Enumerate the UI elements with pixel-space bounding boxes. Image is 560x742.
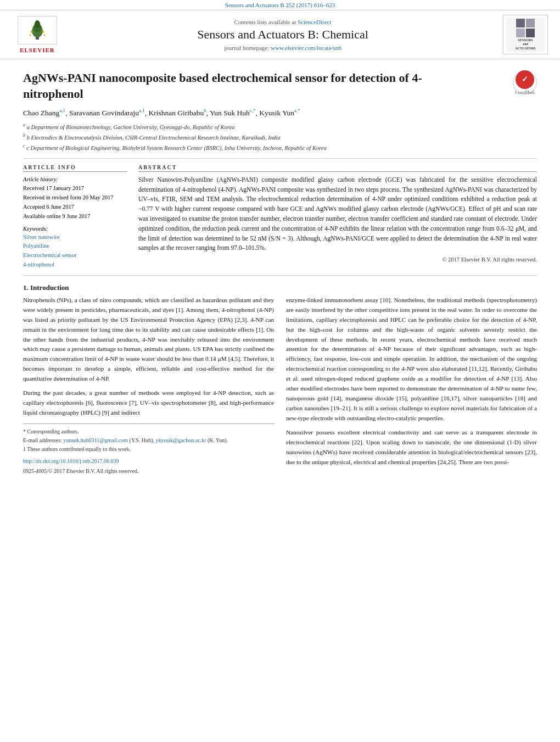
sensors-logo-text: SENSORSandACTUATORS bbox=[515, 38, 535, 51]
history-label: Article history: bbox=[23, 175, 127, 185]
email-note: E-mail addresses: yunsuk.huh0311@gmail.c… bbox=[23, 436, 274, 445]
journal-homepage: journal homepage: www.elsevier.com/locat… bbox=[74, 44, 492, 51]
intro-right-col: enzyme-linked immunosorbent assay [10]. … bbox=[286, 295, 537, 476]
copyright: © 2017 Elsevier B.V. All rights reserved… bbox=[138, 256, 537, 263]
keyword-2: Polyaniline bbox=[23, 242, 127, 251]
volume-line: Sensors and Actuators B 252 (2017) 616–6… bbox=[0, 0, 560, 10]
doi-line: http://dx.doi.org/10.1016/j.snb.2017.06.… bbox=[23, 457, 274, 466]
sensors-logo: SENSORSandACTUATORS bbox=[501, 15, 550, 54]
divider-1 bbox=[23, 158, 537, 159]
article-title: AgNWs-PANI nanocomposite based electroch… bbox=[23, 70, 504, 102]
article-info-label: ARTICLE INFO bbox=[23, 164, 127, 172]
svg-point-6 bbox=[30, 35, 31, 36]
article-history: Article history: Received 17 January 201… bbox=[23, 175, 127, 221]
crossmark-label: CrossMark bbox=[515, 90, 535, 95]
footnotes: * Corresponding authors. E-mail addresse… bbox=[23, 423, 274, 454]
sensor-cell-3 bbox=[516, 29, 525, 37]
svg-point-4 bbox=[31, 31, 33, 33]
received-date: Received 17 January 2017 bbox=[23, 184, 127, 193]
intro-right-para-2: Nanosilver possess excellent electrical … bbox=[286, 428, 537, 467]
title-row: AgNWs-PANI nanocomposite based electroch… bbox=[23, 70, 537, 102]
journal-title: Sensors and Actuators B: Chemical bbox=[74, 27, 492, 42]
abstract-label: ABSTRACT bbox=[138, 164, 537, 172]
abstract-col: ABSTRACT Silver Nanowire-Polyaniline (Ag… bbox=[138, 164, 537, 270]
homepage-link[interactable]: www.elsevier.com/locate/snb bbox=[271, 44, 341, 51]
elsevier-name: ELSEVIER bbox=[20, 47, 55, 53]
email2-link[interactable]: ykyusik@gachon.ac.kr bbox=[155, 437, 206, 443]
doi-link[interactable]: http://dx.doi.org/10.1016/j.snb.2017.06.… bbox=[23, 458, 119, 464]
crossmark-logo: ✓ CrossMark bbox=[513, 70, 537, 94]
intro-heading: 1. Introduction bbox=[23, 283, 537, 292]
sensor-cell-4 bbox=[526, 29, 535, 37]
contents-available: Contents lists available at ScienceDirec… bbox=[74, 19, 492, 25]
available-date: Available online 9 June 2017 bbox=[23, 212, 127, 221]
sensor-cell-2 bbox=[526, 19, 535, 27]
crossmark-icon: ✓ bbox=[516, 70, 534, 89]
affiliation-a: a a Department of Bionanotechnology, Gac… bbox=[23, 122, 537, 131]
intro-para-2: During the past decades, a great number … bbox=[23, 388, 274, 418]
introduction-section: 1. Introduction Nitrophenols (NPs), a cl… bbox=[23, 283, 537, 487]
email1-link[interactable]: yunsuk.huh0311@gmail.com bbox=[63, 437, 128, 443]
affiliation-b: b b Electrodics & Electrocatalysis Divis… bbox=[23, 132, 537, 142]
corresponding-note: * Corresponding authors. bbox=[23, 427, 274, 436]
intro-right-para-1: enzyme-linked immunosorbent assay [10]. … bbox=[286, 295, 537, 423]
accepted-date: Accepted 6 June 2017 bbox=[23, 203, 127, 212]
sensors-logo-img: SENSORSandACTUATORS bbox=[506, 18, 545, 52]
elsevier-logo: ELSEVIER bbox=[10, 16, 65, 53]
keyword-1: Silver nanowire bbox=[23, 233, 127, 242]
equal-contribution-note: 1 These authors contributed equally to t… bbox=[23, 445, 274, 454]
intro-para-1: Nitrophenols (NPs), a class of nitro com… bbox=[23, 295, 274, 384]
divider-2 bbox=[23, 275, 537, 276]
sciencedirect-link[interactable]: ScienceDirect bbox=[298, 19, 332, 25]
svg-point-7 bbox=[44, 35, 46, 36]
sensors-icon-grid bbox=[516, 19, 535, 37]
svg-point-5 bbox=[42, 31, 44, 33]
article-info-col: ARTICLE INFO Article history: Received 1… bbox=[23, 164, 127, 270]
authors: Chao Zhanga,1, Saravanan Govindarajua,1,… bbox=[23, 107, 537, 119]
sensors-logo-box: SENSORSandACTUATORS bbox=[503, 15, 548, 54]
intro-body: Nitrophenols (NPs), a class of nitro com… bbox=[23, 295, 537, 476]
journal-center: Contents lists available at ScienceDirec… bbox=[65, 19, 501, 51]
keywords-section: Keywords: Silver nanowire Polyaniline El… bbox=[23, 226, 127, 270]
keywords-label: Keywords: bbox=[23, 226, 127, 232]
abstract-text: Silver Nanowire-Polyaniline (AgNWs-PANI)… bbox=[138, 175, 537, 254]
article-info-abstract: ARTICLE INFO Article history: Received 1… bbox=[23, 164, 537, 270]
sensor-cell-1 bbox=[516, 19, 525, 27]
issn-line: 0925-4005/© 2017 Elsevier B.V. All right… bbox=[23, 467, 274, 476]
received-revised-date: Received in revised form 20 May 2017 bbox=[23, 193, 127, 203]
svg-point-3 bbox=[35, 20, 40, 28]
elsevier-logo-box bbox=[18, 16, 57, 44]
journal-header: ELSEVIER Contents lists available at Sci… bbox=[0, 10, 560, 59]
main-content: AgNWs-PANI nanocomposite based electroch… bbox=[0, 59, 560, 487]
affiliation-c: c c Department of Biological Engineering… bbox=[23, 143, 537, 152]
keyword-4: 4-nitrophenol bbox=[23, 260, 127, 270]
keyword-3: Electrochemical sensor bbox=[23, 251, 127, 260]
intro-left-col: Nitrophenols (NPs), a class of nitro com… bbox=[23, 295, 274, 476]
